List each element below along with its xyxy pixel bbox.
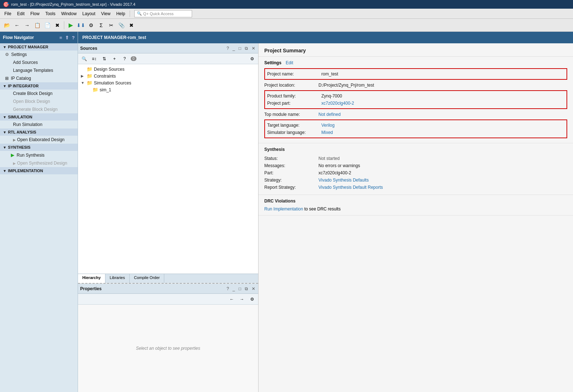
sources-question-btn[interactable]: ? [121,55,129,63]
ip-integrator-arrow: ▼ [3,84,6,88]
sources-resize-icon[interactable]: ⧉ [244,45,249,51]
cut-button[interactable]: ✂ [107,21,116,30]
nav-item-open-block-design[interactable]: Open Block Design [6,97,78,105]
open-button[interactable]: 📂 [2,21,12,30]
summary-drc-section: DRC Violations Run Implementation to see… [259,195,573,215]
tree-item-design-sources[interactable]: 📁 Design Sources [78,66,258,73]
chip-icon: ⊞ [5,76,9,81]
nav-section-implementation-header[interactable]: ▼ IMPLEMENTATION [0,167,78,174]
menu-tools[interactable]: Tools [42,10,58,17]
sources-minimize-icon[interactable]: _ [232,45,236,51]
gear-icon: ⚙ [5,52,9,57]
product-table: Product family: Zynq-7000 Project part: … [267,92,564,107]
nav-section-synthesis-header[interactable]: ▼ SYNTHESIS [0,144,78,151]
sources-search-btn[interactable]: 🔍 [80,55,88,63]
paste-button[interactable]: 📄 [43,21,52,30]
simulator-language-label: Simulator language: [267,129,321,136]
nav-section-simulation-header[interactable]: ▼ SIMULATION [0,113,78,121]
settings-button[interactable]: ⚙ [86,21,96,30]
copy-button[interactable]: 📋 [32,21,42,30]
sources-add-btn[interactable]: + [110,55,118,63]
menu-window[interactable]: Window [58,10,79,17]
nav-item-generate-block-design[interactable]: Generate Block Design [6,105,78,113]
run-implementation-link[interactable]: Run Implementation [264,206,303,212]
run-button[interactable]: ▶ [66,21,75,30]
nav-section-project-manager-header[interactable]: ▼ PROJECT MANAGER [0,43,78,51]
synthesis-strategy-value[interactable]: Vivado Synthesis Defaults [318,177,567,184]
nav-item-ip-catalog[interactable]: ⊞ IP Catalog [0,74,78,82]
project-header: PROJECT MANAGER - rom_test [78,32,573,43]
nav-item-run-simulation[interactable]: Run Simulation [6,121,78,129]
sources-help-icon[interactable]: ? [226,45,230,51]
nav-item-open-synthesized-design[interactable]: ▶ Open Synthesized Design [6,159,78,167]
nav-item-create-block-design[interactable]: Create Block Design [6,90,78,97]
props-gear-btn[interactable]: ⚙ [248,295,256,303]
top-module-value[interactable]: Not defined [318,111,567,118]
menu-help[interactable]: Help [113,10,128,17]
quick-access-box[interactable]: 🔍 Q+ Quick Access [134,10,192,17]
tab-hierarchy[interactable]: Hierarchy [78,274,105,283]
sources-maximize-icon[interactable]: □ [238,45,242,51]
settings-edit-link[interactable]: Edit [286,60,293,65]
nav-item-language-templates[interactable]: Language Templates [6,66,78,74]
nav-section-ip-integrator-header[interactable]: ▼ IP INTEGRATOR [0,82,78,90]
project-manager-label: PROJECT MANAGER [8,45,48,49]
project-name-box: Project name: rom_test [264,68,567,80]
row-target-language: Target language: Verilog [267,122,564,129]
settings-label: Settings [264,60,281,65]
menu-view[interactable]: View [98,10,113,17]
menu-flow[interactable]: Flow [27,10,42,17]
properties-panel-header: Properties ? _ □ ⧉ ✕ [78,284,258,294]
design-sources-label: Design Sources [94,67,125,72]
menu-edit[interactable]: Edit [14,10,27,17]
attach-button[interactable]: 📎 [117,21,126,30]
props-help-icon[interactable]: ? [226,286,230,292]
props-close-icon[interactable]: ✕ [251,286,256,292]
row-simulator-language: Simulator language: Mixed [267,129,564,136]
program-button[interactable]: ⬇⬇ [76,21,86,30]
tree-item-constraints[interactable]: ▶ 📁 Constraints [78,73,258,79]
tab-compile-order[interactable]: Compile Order [130,274,165,283]
props-forward-btn[interactable]: → [238,295,246,303]
forward-button[interactable]: → [22,21,32,30]
nav-icon-up[interactable]: ⇑ [65,35,69,40]
sources-tree: 📁 Design Sources ▶ 📁 Constraints ▼ 📁 [78,64,258,274]
row-synthesis-part: Part: xc7z020clg400-2 [264,169,567,177]
nav-item-add-sources[interactable]: Add Sources [6,58,78,66]
props-resize-icon[interactable]: ⧉ [244,286,249,292]
nav-item-run-synthesis[interactable]: ▶ Run Synthesis [6,151,78,159]
tree-item-simulation-sources[interactable]: ▼ 📁 Simulation Sources [78,79,258,86]
back-button[interactable]: ← [12,21,22,30]
target-language-label: Target language: [267,122,321,129]
simulator-language-value[interactable]: Mixed [321,129,564,136]
nav-item-settings[interactable]: ⚙ Settings [0,51,78,58]
synthesis-table: Status: Not started Messages: No errors … [264,155,567,191]
menu-file[interactable]: File [1,10,14,17]
row-project-location: Project location: D:/Project/Zynq_Prj/ro… [264,82,567,89]
project-part-value[interactable]: xc7z020clg400-2 [321,100,564,107]
nav-icon-equals[interactable]: ≡ [59,35,62,40]
menu-layout[interactable]: Layout [79,10,98,17]
summary-title: Project Summary [259,43,573,57]
nav-item-open-elaborated-design[interactable]: ▶ Open Elaborated Design [6,136,78,144]
generate-block-design-label: Generate Block Design [13,107,57,112]
target-language-value[interactable]: Verilog [321,122,564,129]
row-synthesis-messages: Messages: No errors or warnings [264,162,567,169]
props-minimize-icon[interactable]: _ [232,286,236,292]
sources-close-icon[interactable]: ✕ [251,45,256,51]
nav-icon-question[interactable]: ? [72,35,75,40]
sources-gear-btn[interactable]: ⚙ [248,55,256,63]
synthesis-report-value[interactable]: Vivado Synthesis Default Reports [318,184,567,191]
tab-libraries[interactable]: Libraries [105,274,130,283]
props-back-btn[interactable]: ← [228,295,236,303]
props-maximize-icon[interactable]: □ [238,286,242,292]
close-file-button[interactable]: ✖ [53,21,62,30]
remove-button[interactable]: ✖ [127,21,136,30]
reports-button[interactable]: Σ [96,21,106,30]
tree-item-sim1[interactable]: 📁 sim_1 [84,86,258,93]
nav-section-rtl-header[interactable]: ▼ RTL ANALYSIS [0,129,78,136]
sources-sort-btn[interactable]: ≡↕ [90,55,98,63]
synthesis-part-value: xc7z020clg400-2 [318,169,567,177]
sources-filter-btn[interactable]: ⇅ [100,55,108,63]
nav-section-ip-integrator: ▼ IP INTEGRATOR Create Block Design Open… [0,82,78,113]
